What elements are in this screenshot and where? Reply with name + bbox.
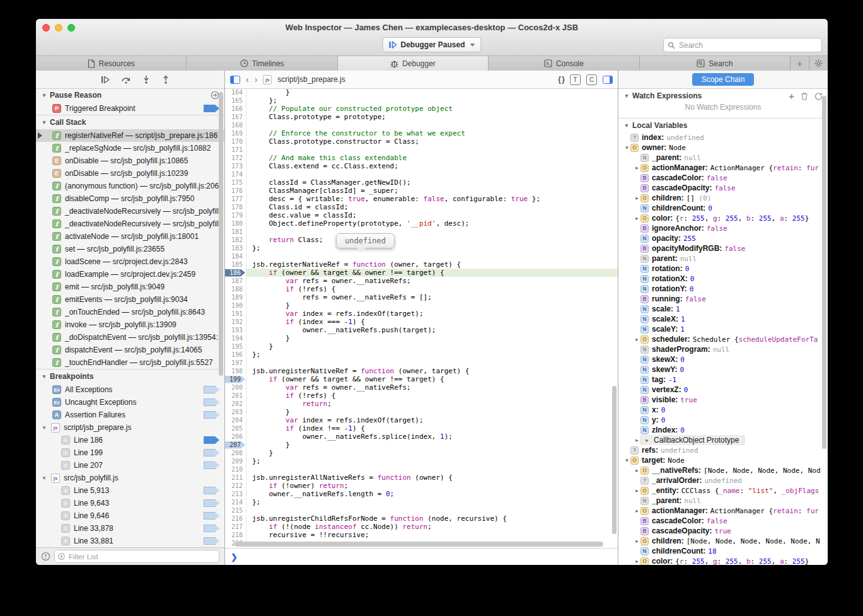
disclosure-triangle-icon[interactable]: ▸: [634, 558, 640, 564]
variable-row[interactable]: Brunning:false: [618, 294, 828, 304]
line-number[interactable]: 208: [225, 449, 246, 457]
disclosure-triangle-icon[interactable]: ▾: [41, 424, 47, 431]
breakpoint-row[interactable]: ≡Line 186: [36, 434, 224, 446]
breakpoint-pill[interactable]: [204, 411, 219, 419]
pause-reason-header[interactable]: ▾ Pause Reason: [36, 88, 224, 102]
line-number[interactable]: 204: [225, 416, 246, 424]
variable-row[interactable]: BignoreAnchor:false: [618, 223, 828, 233]
line-number[interactable]: 217: [225, 523, 246, 531]
variable-row[interactable]: NshaderProgram:null: [618, 344, 828, 354]
line-number[interactable]: 171: [225, 146, 246, 154]
call-stack-frame[interactable]: f_doDispatchEvent — src/jsb_polyfill.js:…: [36, 331, 224, 344]
back-icon[interactable]: ‹: [246, 74, 249, 84]
variable-row[interactable]: NskewY:0: [618, 364, 828, 375]
variable-row[interactable]: Nopacity:255: [618, 233, 828, 243]
call-stack-frame[interactable]: factivateNode — src/jsb_polyfill.js:1800…: [36, 230, 224, 243]
breakpoint-row[interactable]: ExUncaught Exceptions: [36, 396, 224, 409]
call-stack-frame[interactable]: f_touchEndHandler — src/jsb_polyfill.js:…: [36, 356, 224, 369]
line-number[interactable]: 179: [225, 211, 246, 219]
variable-row[interactable]: ▸OactionManager:ActionManager {retain: f…: [618, 163, 828, 173]
line-number[interactable]: 216: [225, 514, 246, 523]
variable-row[interactable]: BcascadeOpacity:false: [618, 183, 828, 193]
variable-row[interactable]: NskewX:0: [618, 354, 828, 364]
pause-reason-item[interactable]: P Triggered Breakpoint: [36, 102, 224, 115]
call-stack-frame[interactable]: fset — src/jsb_polyfill.js:23655: [36, 243, 224, 255]
line-number[interactable]: 167: [225, 113, 246, 121]
variable-row[interactable]: N_parent:null: [618, 153, 828, 163]
variable-row[interactable]: ?refs:undefined: [618, 445, 828, 455]
breakpoint-gutter-inactive[interactable]: 199: [225, 376, 245, 383]
line-number[interactable]: 177: [225, 195, 246, 203]
variable-row[interactable]: Nscale:1: [618, 304, 828, 314]
line-number[interactable]: 209: [225, 457, 246, 465]
editor-vertical-scrollbar[interactable]: [612, 386, 617, 534]
call-stack-frame[interactable]: f_deactivateNodeRecursively — src/jsb_po…: [36, 205, 224, 218]
line-number[interactable]: 199: [225, 375, 246, 383]
tab-timelines[interactable]: Timelines: [187, 56, 337, 71]
breakpoint-pill[interactable]: [204, 512, 219, 520]
breakpoint-pill[interactable]: [204, 436, 219, 444]
call-stack-header[interactable]: ▾ Call Stack: [36, 115, 224, 129]
breakpoint-gutter-inactive[interactable]: 207: [225, 441, 245, 449]
line-number[interactable]: 195: [225, 342, 246, 351]
line-number[interactable]: 202: [225, 400, 246, 408]
variable-row[interactable]: ▸Oscheduler:Scheduler {scheduleUpdateFor…: [618, 334, 828, 344]
line-number[interactable]: 193: [225, 326, 246, 334]
line-number[interactable]: 169: [225, 129, 246, 137]
call-stack-frame[interactable]: fregisterNativeRef — script/jsb_prepare.…: [36, 129, 224, 142]
disclosure-triangle-icon[interactable]: ▾: [623, 144, 630, 151]
tab-search[interactable]: Search: [640, 56, 791, 71]
close-button[interactable]: [42, 24, 50, 32]
line-number[interactable]: 200: [225, 383, 246, 392]
watch-expressions-header[interactable]: ▾ Watch Expressions +: [618, 89, 828, 103]
line-number[interactable]: 176: [225, 187, 246, 195]
breakpoint-pill[interactable]: [204, 499, 219, 507]
step-out-icon[interactable]: [161, 75, 170, 84]
breakpoints-disable-icon[interactable]: [41, 552, 50, 561]
breakpoints-header[interactable]: ▾ Breakpoints: [36, 369, 224, 383]
variable-row[interactable]: NchildrenCount:18: [618, 546, 828, 556]
line-number[interactable]: 188: [225, 285, 246, 293]
trash-icon[interactable]: [801, 92, 808, 100]
variable-row[interactable]: ▸Ocolor:{r: 255, g: 255, b: 255, a: 255}: [618, 213, 828, 223]
call-stack-frame[interactable]: f_onTouchEnded — src/jsb_polyfill.js:864…: [36, 306, 224, 318]
call-stack-frame[interactable]: femitEvents — src/jsb_polyfill.js:9034: [36, 293, 224, 306]
breakpoint-row[interactable]: ≡Line 5,913: [36, 484, 224, 497]
line-number[interactable]: 211: [225, 474, 246, 482]
breakpoint-row[interactable]: ≡Line 33,881: [36, 535, 224, 547]
breakpoint-row[interactable]: AAssertion Failures: [36, 409, 224, 421]
variable-row[interactable]: ▾Otarget:Node: [618, 455, 828, 465]
breakpoint-row[interactable]: ≡Line 9,646: [36, 509, 224, 522]
variable-row[interactable]: ?_arrivalOrder:undefined: [618, 475, 828, 485]
type-profiler-icon[interactable]: T: [570, 74, 581, 85]
disclosure-triangle-icon[interactable]: ▾: [623, 457, 630, 463]
breakpoint-pill[interactable]: [204, 105, 219, 112]
quick-console[interactable]: ❯: [225, 548, 618, 565]
variable-row[interactable]: N_parent:null: [618, 496, 828, 506]
line-number[interactable]: 205: [225, 424, 246, 433]
call-stack-frame[interactable]: f(anonymous function) — src/jsb_polyfill…: [36, 180, 224, 192]
disclosure-triangle-icon[interactable]: ▸: [634, 195, 640, 201]
line-number[interactable]: 213: [225, 490, 246, 498]
breakpoint-pill[interactable]: [204, 449, 219, 456]
variable-row[interactable]: Ny:0: [618, 415, 828, 425]
line-number[interactable]: 212: [225, 482, 246, 490]
variable-row[interactable]: ▾Oowner:Node: [618, 142, 828, 153]
line-number[interactable]: 164: [225, 88, 246, 96]
variable-row[interactable]: BcascadeColor:false: [618, 516, 828, 526]
zoom-button[interactable]: [67, 24, 75, 32]
call-stack-frame[interactable]: f_deactivateNodeRecursively — src/jsb_po…: [36, 218, 224, 230]
line-number[interactable]: 165: [225, 96, 246, 105]
disclosure-triangle-icon[interactable]: ▾: [41, 475, 47, 481]
circle-arrow-icon[interactable]: [211, 91, 219, 100]
line-number[interactable]: 194: [225, 334, 246, 342]
call-stack-frame[interactable]: EonDisable — src/jsb_polyfill.js:10865: [36, 154, 224, 167]
step-over-icon[interactable]: [121, 76, 131, 84]
line-number[interactable]: 173: [225, 162, 246, 170]
variable-row[interactable]: NscaleY:1: [618, 324, 828, 334]
pretty-print-icon[interactable]: { }: [558, 75, 564, 84]
sidebar-scrollbar[interactable]: [219, 92, 223, 376]
line-number[interactable]: 191: [225, 310, 246, 318]
variable-row[interactable]: NrotationY:0: [618, 284, 828, 294]
call-stack-frame[interactable]: finvoke — src/jsb_polyfill.js:13909: [36, 318, 224, 331]
